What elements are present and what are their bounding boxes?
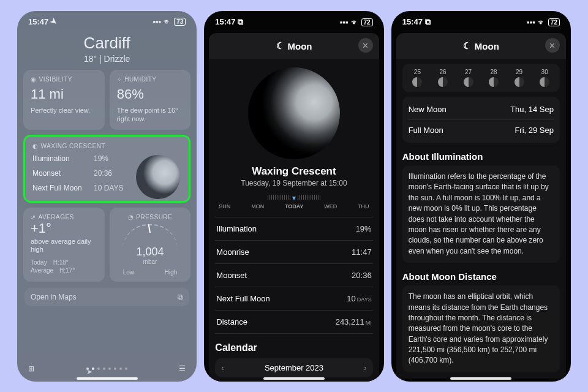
eye-icon: ◉ bbox=[31, 76, 37, 83]
location-dot-icon: ➤ bbox=[86, 368, 89, 370]
moon-illustration bbox=[248, 67, 340, 159]
close-button[interactable]: ✕ bbox=[358, 38, 373, 53]
chart-icon: ⇗ bbox=[31, 214, 36, 221]
phase-icon bbox=[464, 77, 473, 87]
week-calendar[interactable]: 25 26 27 28 29 30 bbox=[402, 64, 560, 92]
status-time: 15:47 ➤ bbox=[28, 17, 58, 26]
humidity-card[interactable]: ⁘HUMIDITY 86% The dew point is 16° right… bbox=[110, 70, 191, 130]
moon-icon: ☾ bbox=[463, 40, 471, 51]
cal-day: 29 bbox=[514, 69, 524, 87]
moon-events: New MoonThu, 14 Sep Full MoonFri, 29 Sep bbox=[402, 97, 560, 143]
list-icon[interactable]: ☰ bbox=[179, 364, 186, 373]
pressure-unit: mbar bbox=[117, 258, 184, 265]
moon-phase-icon: ◐ bbox=[32, 143, 39, 149]
humidity-icon: ⁘ bbox=[117, 76, 123, 83]
table-row: Next Full Moon10DAYS bbox=[215, 287, 372, 311]
moon-data-table: Illumination19% Moonrise11:47 Moonset20:… bbox=[215, 217, 372, 334]
sheet-header: ☾Moon ✕ bbox=[396, 33, 566, 59]
home-indicator[interactable] bbox=[450, 377, 511, 380]
cal-day: 25 bbox=[412, 69, 422, 87]
signal-icon: ▪▪▪ bbox=[340, 18, 349, 27]
cal-day: 28 bbox=[489, 69, 499, 87]
cal-day: 27 bbox=[464, 69, 473, 87]
city-name: Cardiff bbox=[17, 34, 197, 53]
table-row: Illumination19% bbox=[215, 217, 372, 241]
visibility-desc: Perfectly clear view. bbox=[31, 106, 97, 115]
signal-icon: ▪▪▪ bbox=[527, 18, 535, 27]
signal-icon: ▪▪▪ bbox=[153, 17, 161, 26]
status-time: 15:47 ⧉ bbox=[402, 17, 431, 27]
phase-icon bbox=[489, 77, 499, 87]
battery-indicator: 72 bbox=[361, 18, 373, 26]
phase-icon bbox=[540, 77, 549, 87]
scrubber-marker-icon: ▾ bbox=[292, 194, 296, 202]
status-bar: 15:47 ⧉ ▪▪▪ ᯤ 72 bbox=[204, 11, 383, 29]
moon-detail-screen: 15:47 ⧉ ▪▪▪ ᯤ 72 ☾Moon ✕ Waxing Crescent… bbox=[204, 11, 383, 382]
location-header: Cardiff 18° | Drizzle bbox=[17, 34, 197, 64]
page-dots[interactable]: ➤ bbox=[86, 368, 127, 370]
table-row: Distance243,211MI bbox=[215, 311, 372, 334]
avg-temp: +1° bbox=[31, 221, 97, 236]
about-illumination-body: Illumination refers to the percentage of… bbox=[402, 165, 560, 263]
moon-thumbnail bbox=[136, 155, 180, 199]
table-row: Moonrise11:47 bbox=[215, 241, 372, 264]
averages-card[interactable]: ⇗AVERAGES +1° above average daily high T… bbox=[23, 208, 105, 282]
pressure-gauge bbox=[123, 224, 178, 250]
map-icon[interactable]: ⊞ bbox=[28, 364, 34, 373]
avg-desc: above average daily high bbox=[31, 238, 97, 255]
phase-icon bbox=[412, 77, 422, 87]
time-scrubber[interactable]: ▾ bbox=[215, 194, 372, 201]
phase-icon bbox=[438, 77, 448, 87]
phase-name: Waxing Crescent bbox=[215, 165, 372, 178]
calendar-heading: Calendar bbox=[215, 342, 372, 353]
moon-icon: ☾ bbox=[276, 40, 284, 51]
event-row: New MoonThu, 14 Sep bbox=[409, 99, 554, 120]
close-button[interactable]: ✕ bbox=[545, 38, 560, 53]
location-arrow-icon: ➤ bbox=[48, 16, 59, 28]
event-row: Full MoonFri, 29 Sep bbox=[409, 120, 554, 140]
table-row: Moonset20:36 bbox=[215, 264, 372, 287]
month-selector[interactable]: ‹ September 2023 › bbox=[215, 358, 372, 377]
chevron-right-icon[interactable]: › bbox=[364, 363, 366, 372]
battery-indicator: 72 bbox=[548, 18, 560, 26]
status-time: 15:47 ⧉ bbox=[215, 17, 243, 27]
cal-day: 26 bbox=[438, 69, 448, 87]
humidity-value: 86% bbox=[117, 86, 184, 102]
status-bar: 15:47 ➤ ▪▪▪ ᯤ 73 bbox=[17, 11, 197, 29]
visibility-card[interactable]: ◉VISIBILITY 11 mi Perfectly clear view. bbox=[23, 70, 105, 130]
home-indicator[interactable] bbox=[77, 377, 138, 380]
gauge-icon: ◔ bbox=[128, 214, 134, 221]
wifi-icon: ᯤ bbox=[164, 17, 172, 26]
cal-day: 30 bbox=[540, 69, 549, 87]
month-label: September 2023 bbox=[265, 363, 323, 372]
wifi-icon: ᯤ bbox=[538, 18, 546, 27]
pressure-card[interactable]: ◔PRESSURE = 1,004 mbar LowHigh bbox=[110, 208, 191, 282]
external-link-icon: ⧉ bbox=[178, 293, 183, 301]
home-indicator[interactable] bbox=[263, 377, 325, 380]
about-distance-title: About Moon Distance bbox=[402, 271, 560, 282]
moon-about-screen: 15:47 ⧉ ▪▪▪ ᯤ 72 ☾Moon ✕ 25 26 27 28 29 … bbox=[391, 11, 571, 382]
sheet-header: ☾Moon ✕ bbox=[209, 33, 379, 59]
battery-indicator: 73 bbox=[174, 18, 186, 26]
tab-bar: ⊞ ➤ ☰ bbox=[17, 364, 197, 373]
open-in-maps-button[interactable]: Open in Maps ⧉ bbox=[24, 288, 189, 306]
condition-line: 18° | Drizzle bbox=[17, 54, 197, 64]
humidity-desc: The dew point is 16° right now. bbox=[117, 106, 184, 124]
about-illumination-title: About Illumination bbox=[402, 151, 560, 162]
status-bar: 15:47 ⧉ ▪▪▪ ᯤ 72 bbox=[391, 11, 571, 29]
moon-card[interactable]: ◐WAXING CRESCENT Illumination19% Moonset… bbox=[23, 135, 190, 203]
weather-app-screen: 15:47 ➤ ▪▪▪ ᯤ 73 Cardiff 18° | Drizzle ◉… bbox=[17, 11, 197, 382]
wifi-icon: ᯤ bbox=[351, 18, 359, 27]
visibility-value: 11 mi bbox=[31, 86, 97, 102]
phase-datetime: Tuesday, 19 September at 15:00 bbox=[215, 179, 372, 187]
day-labels: SUN MON TODAY WED THU bbox=[215, 203, 372, 209]
about-distance-body: The moon has an elliptical orbit, which … bbox=[402, 285, 560, 372]
phase-icon bbox=[514, 77, 524, 87]
chevron-left-icon[interactable]: ‹ bbox=[221, 363, 224, 372]
